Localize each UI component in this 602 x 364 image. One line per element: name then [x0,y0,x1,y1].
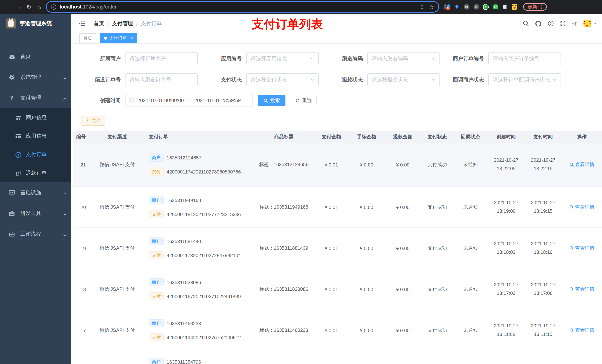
view-detail-link[interactable]: 查看详情 [569,286,594,293]
cell-amount: ¥ 0.01 [314,310,348,351]
sidebar-item-refund-order[interactable]: 退款订单 [0,164,73,182]
cell-channel: 微信 JSAPI 支付 [90,269,144,310]
notify-status-select[interactable]: 请选择订单回调商户状态 [488,73,561,86]
app-select[interactable]: 请选择应用信息 [246,52,319,65]
cell-title: 标题：1635312124656 [253,143,314,187]
chat-extension-icon[interactable] [492,4,498,10]
cell-actions: 查看详情 [562,228,602,269]
breadcrumb-pay-manage[interactable]: 支付管理 [112,20,133,27]
gem-extension-icon[interactable] [454,4,460,10]
help-icon[interactable]: ? [548,20,554,27]
document-copy-icon [15,170,22,176]
view-detail-link[interactable]: 查看详情 [569,327,594,334]
cell-actions: 查看详情 [562,310,602,351]
font-size-icon[interactable]: TT [572,21,578,26]
view-detail-link[interactable]: 查看详情 [569,204,594,210]
table-header: 编号 支付渠道 支付订单 商品标题 支付金额 手续金额 退款金额 支付状态 回调… [73,131,602,143]
site-info-icon[interactable]: i [51,4,56,10]
home-icon[interactable]: ⌂ [35,2,44,11]
channel-order-no-input[interactable]: 请输入渠道订单号 [125,73,198,86]
export-button[interactable]: 导出 [81,116,105,126]
bookmark-star-icon[interactable]: ☆ [429,4,434,10]
address-bar[interactable]: i localhost:1024/pay/order ↥ ☆ [47,2,438,12]
cell-paid-time: 2021-10-2713:17:08 [525,269,562,310]
github-icon[interactable] [535,20,542,27]
toolbox-icon [8,210,16,216]
sidebar-item-pay-order[interactable]: ¥ 支付订单 [0,145,73,164]
close-tab-icon[interactable]: ✕ [130,36,133,41]
download-icon [86,118,90,124]
view-detail-link[interactable]: 查看详情 [569,161,594,168]
date-range-input[interactable]: 2021-10-01 00:00:00 - 2021-10-31 23:59:5… [125,94,252,107]
cell-actions: 查看详情 [562,269,602,310]
chevron-down-icon [63,191,67,197]
browser-menu-icon[interactable]: ⋮ [539,4,544,10]
sidebar-item-infrastructure[interactable]: 基础设施 [0,182,73,203]
sidebar-item-merchant-info[interactable]: 商户信息 [0,108,73,127]
search-button[interactable]: 搜索 [258,95,285,106]
puzzle-extensions-icon[interactable] [502,4,508,10]
pay-tag: 支付 [149,292,164,300]
extensions-area: 10 ⌘ Y 更新 ⋮ [444,3,547,11]
search-icon[interactable] [523,20,529,27]
cell-paid-time: 2021-10-2713:19:15 [525,187,562,228]
cell-refund: ¥ 0.00 [385,143,421,187]
cell-pay-order: 商户1635311881440支付42000011732021102728479… [144,228,253,269]
main-area: 首页 / 支付管理 / 支付订单 支付订单列表 ? [73,14,602,364]
merchant-order-no-input[interactable]: 请输入商户订单编号 [488,52,561,65]
col-created: 创建时间 [488,133,525,140]
user-menu-caret-icon[interactable]: ▾ [594,21,596,26]
sidebar-item-app-info[interactable]: 应用信息 [0,127,73,145]
sidebar-item-system[interactable]: 系统管理 [0,67,73,88]
cell-pay-status: 支付成功 [421,269,453,310]
clock-icon [129,97,134,104]
col-pay-order: 支付订单 [144,133,253,140]
back-icon[interactable]: ← [4,2,13,11]
profile-avatar-icon[interactable] [512,4,517,10]
tab-pay-order[interactable]: 支付订单 ✕ [100,33,137,43]
sidebar-item-workflow[interactable]: 工作流程 [0,224,73,245]
y-extension-icon[interactable]: Y [483,4,489,10]
cell-channel: 微信 JSAPI 支付 [90,187,144,228]
reset-button[interactable]: 重置 [291,95,317,106]
table-icon [15,133,22,139]
merchant-order-no: 1635312124657 [167,155,201,160]
extension-grid-icon[interactable]: 10 [444,4,450,10]
sidebar-item-pay[interactable]: ¥ 支付管理 [0,88,73,108]
merchant-input[interactable]: 请选择所属商户 [125,52,198,65]
browser-update-button[interactable]: 更新 ⋮ [523,3,547,11]
app-logo: 芋道管理系统 [0,14,73,33]
cell-id: 21 [73,143,90,187]
content-scrollbar[interactable] [71,14,73,364]
breadcrumb-home[interactable]: 首页 [94,20,104,27]
forward-icon[interactable]: → [14,2,23,11]
content: 所属商户 请选择所属商户 应用编号 请选择应用信息 渠道编码 请输入渠道编码 [73,52,602,364]
pay-transaction-no: 4200001167202110271022491439 [167,293,241,299]
share-icon[interactable]: ↥ [420,4,424,10]
merchant-tag: 商户 [149,237,164,245]
table-row: 20微信 JSAPI 支付商户1635311949168支付4200001181… [73,187,602,228]
fullscreen-icon[interactable] [560,20,566,27]
merchant-tag: 商户 [149,358,164,364]
cell-amount: ¥ 0.01 [314,228,348,269]
user-avatar[interactable] [583,20,591,27]
view-detail-link[interactable]: 查看详情 [569,245,594,251]
merchant-tag: 商户 [149,196,164,204]
orders-table: 编号 支付渠道 支付订单 商品标题 支付金额 手续金额 退款金额 支付状态 回调… [73,131,602,364]
cell-title: 标题：1635311823086 [253,269,314,310]
cell-amount: ¥ 0.01 [314,187,348,228]
col-notify-status: 回调状态 [453,133,488,140]
refund-status-select[interactable]: 请选择退款状态 [367,73,440,86]
pay-status-select[interactable]: 请选择支付状态 [246,73,319,86]
collapse-sidebar-icon[interactable] [78,21,85,26]
cell-id: 17 [73,310,90,351]
merchant-order-no: 1635311468233 [167,321,201,326]
dot-extension-icon[interactable] [473,4,479,10]
sidebar-item-home[interactable]: 首页 [0,46,73,67]
tab-home[interactable]: 首页 [79,33,96,43]
table-row: 19微信 JSAPI 支付商户1635311881440支付4200001173… [73,228,602,269]
channel-code-select[interactable]: 请输入渠道编码 [367,52,440,65]
command-extension-icon[interactable]: ⌘ [463,4,469,10]
sidebar-item-dev-tools[interactable]: 研发工具 [0,203,73,224]
reload-icon[interactable]: ↻ [24,2,33,11]
